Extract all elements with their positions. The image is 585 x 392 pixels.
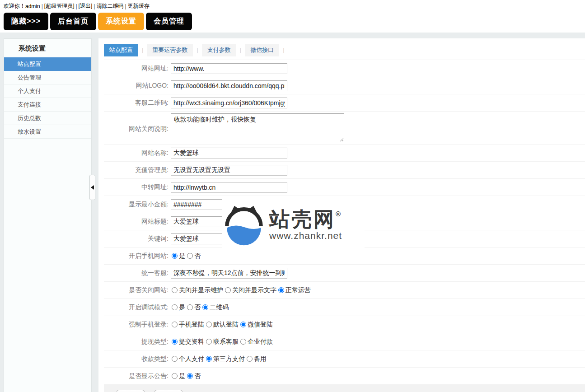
- tab-3[interactable]: 微信接口: [245, 44, 279, 56]
- form-row-site-url: 网站网址:: [104, 60, 585, 77]
- form-row-withdraw-type: 提现类型:提交资料联系客服企业付款: [104, 333, 585, 350]
- radio-withdraw-type-1[interactable]: [206, 339, 212, 345]
- radio-option-force-mobile-login-0[interactable]: 手机登陆: [171, 321, 204, 329]
- radio-option-site-closed-0[interactable]: 关闭并显示维护: [171, 286, 223, 294]
- radio-receive-type-2[interactable]: [247, 356, 253, 362]
- radio-show-notice-1[interactable]: [187, 373, 193, 379]
- registered-mark: ®: [336, 210, 341, 218]
- radio-option-mobile-site-0[interactable]: 是: [171, 252, 185, 260]
- welcome-bar: 欢迎你！admin|[超级管理员]|[退出]|清除二维码|更新缓存: [0, 0, 585, 12]
- radio-option-mobile-site-1[interactable]: 否: [186, 252, 201, 260]
- form-row-site-logo: 网站LOGO:: [104, 77, 585, 94]
- reset-button[interactable]: 重置: [154, 390, 183, 392]
- label-recharge-admin: 充值管理员:: [104, 166, 171, 174]
- label-receive-type: 收款类型:: [104, 355, 171, 363]
- sidebar-title: 系统设置: [4, 39, 91, 57]
- radio-option-receive-type-1[interactable]: 第三方支付: [205, 355, 245, 363]
- role-link[interactable]: [超级管理员]: [44, 3, 75, 9]
- input-service-qrcode[interactable]: [171, 98, 287, 108]
- form-footer: 保存 重置: [104, 385, 585, 392]
- radio-option-debug-mode-2[interactable]: 二维码: [201, 303, 229, 312]
- label-show-notice: 是否显示公告:: [104, 372, 171, 380]
- input-site-url[interactable]: [171, 63, 287, 74]
- form-row-recharge-admin: 充值管理员:: [104, 162, 585, 179]
- label-debug-mode: 开启调试模式:: [104, 303, 171, 312]
- radio-option-debug-mode-0[interactable]: 是: [171, 303, 185, 312]
- label-relay-url: 中转网址:: [104, 183, 171, 191]
- radio-debug-mode-1[interactable]: [187, 304, 193, 310]
- radio-option-withdraw-type-2[interactable]: 企业付款: [239, 338, 273, 346]
- radio-option-receive-type-2[interactable]: 备用: [246, 355, 267, 363]
- nav-button-3[interactable]: 会员管理: [146, 13, 192, 30]
- zhankr-watermark: 站壳网® www.zhankr.net: [222, 197, 365, 253]
- form-row-unified-service: 统一客服:: [104, 265, 585, 282]
- form-row-site-close-note: 网站关闭说明:: [104, 112, 585, 145]
- radio-option-withdraw-type-0[interactable]: 提交资料: [171, 338, 204, 346]
- label-site-name: 网站名称:: [104, 149, 171, 157]
- radio-group-site-closed: 关闭并显示维护关闭并显示文字正常运营: [171, 286, 312, 294]
- radio-mobile-site-0[interactable]: [172, 253, 178, 259]
- tab-0[interactable]: 站点配置: [104, 44, 138, 56]
- radio-debug-mode-2[interactable]: [202, 304, 208, 310]
- radio-force-mobile-login-2[interactable]: [240, 322, 246, 327]
- sidebar-item-3[interactable]: 支付连接: [4, 98, 91, 112]
- radio-debug-mode-0[interactable]: [172, 304, 178, 310]
- nav-button-1[interactable]: 后台首页: [50, 13, 96, 30]
- input-site-logo[interactable]: [171, 80, 287, 91]
- form-row-relay-url: 中转网址:: [104, 179, 585, 196]
- sidebar-item-2[interactable]: 个人支付: [4, 84, 91, 98]
- label-unified-service: 统一客服:: [104, 269, 171, 277]
- sidebar-item-4[interactable]: 历史总数: [4, 112, 91, 125]
- textarea-site-close-note[interactable]: [171, 113, 344, 142]
- radio-site-closed-1[interactable]: [225, 287, 231, 293]
- radio-option-debug-mode-1[interactable]: 否: [186, 303, 201, 312]
- radio-option-force-mobile-login-2[interactable]: 微信登陆: [239, 321, 273, 329]
- radio-site-closed-2[interactable]: [278, 287, 284, 293]
- tab-bar: 站点配置|重要运营参数|支付参数|微信接口|: [104, 44, 585, 60]
- label-site-title: 网站标题:: [104, 218, 171, 226]
- radio-option-receive-type-0[interactable]: 个人支付: [171, 355, 204, 363]
- form-row-site-closed: 是否关闭网站:关闭并显示维护关闭并显示文字正常运营: [104, 282, 585, 299]
- label-withdraw-type: 提现类型:: [104, 338, 171, 346]
- radio-site-closed-0[interactable]: [172, 287, 178, 293]
- form-row-force-mobile-login: 强制手机登录:手机登陆默认登陆微信登陆: [104, 316, 585, 333]
- nav-button-0[interactable]: 隐藏>>>: [4, 13, 48, 30]
- clear-qrcode-link[interactable]: 清除二维码: [96, 3, 123, 9]
- sidebar-item-0[interactable]: 站点配置: [4, 57, 91, 71]
- sidebar-item-5[interactable]: 放水设置: [4, 125, 91, 139]
- refresh-cache-link[interactable]: 更新缓存: [128, 3, 150, 9]
- content-area: 系统设置 站点配置公告管理个人支付支付连接历史总数放水设置 站点配置|重要运营参…: [0, 33, 585, 392]
- radio-option-show-notice-0[interactable]: 是: [171, 372, 185, 380]
- cat-bowl-logo-icon: [223, 205, 265, 246]
- radio-option-show-notice-1[interactable]: 否: [186, 372, 201, 380]
- radio-receive-type-0[interactable]: [172, 356, 178, 362]
- radio-group-force-mobile-login: 手机登陆默认登陆微信登陆: [171, 321, 274, 329]
- tab-1[interactable]: 重要运营参数: [147, 44, 193, 56]
- radio-option-force-mobile-login-1[interactable]: 默认登陆: [205, 321, 239, 329]
- sidebar-collapse-handle[interactable]: [89, 175, 95, 200]
- form-row-receive-type: 收款类型:个人支付第三方支付备用: [104, 350, 585, 368]
- watermark-brand: 站壳网: [269, 208, 336, 231]
- nav-button-2[interactable]: 系统设置: [98, 13, 144, 30]
- radio-option-site-closed-2[interactable]: 正常运营: [277, 286, 311, 294]
- input-unified-service[interactable]: [171, 268, 287, 279]
- save-button[interactable]: 保存: [117, 390, 145, 392]
- radio-force-mobile-login-1[interactable]: [206, 322, 212, 327]
- welcome-text: 欢迎你！: [4, 3, 25, 9]
- sidebar-item-1[interactable]: 公告管理: [4, 71, 91, 84]
- input-relay-url[interactable]: [171, 182, 287, 193]
- radio-receive-type-1[interactable]: [206, 356, 212, 362]
- tab-2[interactable]: 支付参数: [202, 44, 236, 56]
- radio-mobile-site-1[interactable]: [187, 253, 193, 259]
- radio-option-site-closed-1[interactable]: 关闭并显示文字: [224, 286, 276, 294]
- radio-force-mobile-login-0[interactable]: [172, 322, 178, 327]
- radio-withdraw-type-2[interactable]: [240, 339, 246, 345]
- main-nav: 隐藏>>>后台首页系统设置会员管理: [0, 12, 585, 33]
- radio-option-withdraw-type-1[interactable]: 联系客服: [205, 338, 239, 346]
- input-site-name[interactable]: [171, 148, 287, 159]
- label-min-amount: 显示最小金额:: [104, 201, 171, 209]
- logout-link[interactable]: [退出]: [79, 3, 93, 9]
- input-recharge-admin[interactable]: [171, 165, 287, 176]
- radio-show-notice-0[interactable]: [172, 373, 178, 379]
- radio-withdraw-type-0[interactable]: [172, 339, 178, 345]
